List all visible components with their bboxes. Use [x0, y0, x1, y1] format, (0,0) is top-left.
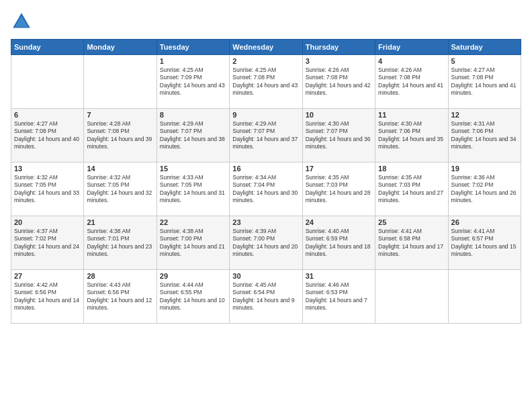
day-number: 22 — [160, 218, 226, 226]
day-number: 19 — [451, 165, 518, 173]
page: SundayMondayTuesdayWednesdayThursdayFrid… — [0, 0, 532, 411]
day-content: Sunrise: 4:41 AM Sunset: 6:57 PM Dayligh… — [451, 228, 518, 259]
day-content: Sunrise: 4:42 AM Sunset: 6:56 PM Dayligh… — [14, 281, 81, 312]
day-cell: 24Sunrise: 4:40 AM Sunset: 6:59 PM Dayli… — [302, 216, 375, 270]
header-row: SundayMondayTuesdayWednesdayThursdayFrid… — [11, 40, 521, 55]
header-cell-thursday: Thursday — [302, 40, 375, 55]
day-cell: 3Sunrise: 4:26 AM Sunset: 7:08 PM Daylig… — [302, 55, 375, 109]
day-number: 12 — [451, 111, 518, 119]
day-cell: 21Sunrise: 4:38 AM Sunset: 7:01 PM Dayli… — [84, 216, 157, 270]
day-content: Sunrise: 4:26 AM Sunset: 7:08 PM Dayligh… — [378, 66, 445, 97]
day-content: Sunrise: 4:25 AM Sunset: 7:09 PM Dayligh… — [160, 66, 226, 97]
day-number: 15 — [160, 165, 226, 173]
day-content: Sunrise: 4:25 AM Sunset: 7:08 PM Dayligh… — [232, 66, 299, 97]
day-content: Sunrise: 4:26 AM Sunset: 7:08 PM Dayligh… — [306, 66, 372, 97]
day-content: Sunrise: 4:37 AM Sunset: 7:02 PM Dayligh… — [14, 228, 81, 259]
day-content: Sunrise: 4:29 AM Sunset: 7:07 PM Dayligh… — [160, 120, 226, 151]
day-number: 6 — [14, 111, 81, 119]
day-number: 2 — [232, 57, 299, 65]
day-content: Sunrise: 4:40 AM Sunset: 6:59 PM Dayligh… — [306, 228, 372, 259]
header-cell-sunday: Sunday — [11, 40, 84, 55]
header-cell-friday: Friday — [375, 40, 448, 55]
day-cell — [11, 55, 84, 109]
day-number: 4 — [378, 57, 445, 65]
day-content: Sunrise: 4:27 AM Sunset: 7:08 PM Dayligh… — [14, 120, 81, 151]
header-cell-wednesday: Wednesday — [230, 40, 302, 55]
day-number: 7 — [87, 111, 153, 119]
day-content: Sunrise: 4:27 AM Sunset: 7:08 PM Dayligh… — [451, 66, 518, 97]
header-cell-saturday: Saturday — [448, 40, 521, 55]
day-cell: 4Sunrise: 4:26 AM Sunset: 7:08 PM Daylig… — [375, 55, 448, 109]
day-cell: 28Sunrise: 4:43 AM Sunset: 6:56 PM Dayli… — [84, 270, 157, 324]
day-cell: 13Sunrise: 4:32 AM Sunset: 7:05 PM Dayli… — [11, 163, 84, 216]
day-number: 31 — [306, 272, 372, 280]
day-number: 21 — [87, 218, 153, 226]
day-cell: 26Sunrise: 4:41 AM Sunset: 6:57 PM Dayli… — [448, 216, 521, 270]
day-cell: 18Sunrise: 4:35 AM Sunset: 7:03 PM Dayli… — [375, 163, 448, 216]
day-number: 9 — [232, 111, 299, 119]
day-content: Sunrise: 4:43 AM Sunset: 6:56 PM Dayligh… — [87, 281, 153, 312]
day-content: Sunrise: 4:33 AM Sunset: 7:05 PM Dayligh… — [160, 174, 226, 205]
day-number: 17 — [306, 165, 372, 173]
day-number: 23 — [232, 218, 299, 226]
day-cell: 1Sunrise: 4:25 AM Sunset: 7:09 PM Daylig… — [157, 55, 229, 109]
header-cell-tuesday: Tuesday — [157, 40, 229, 55]
week-row-2: 6Sunrise: 4:27 AM Sunset: 7:08 PM Daylig… — [11, 109, 521, 163]
day-number: 26 — [451, 218, 518, 226]
logo-icon — [11, 11, 32, 32]
day-cell: 31Sunrise: 4:46 AM Sunset: 6:53 PM Dayli… — [302, 270, 375, 324]
day-content: Sunrise: 4:35 AM Sunset: 7:03 PM Dayligh… — [306, 174, 372, 205]
day-cell: 30Sunrise: 4:45 AM Sunset: 6:54 PM Dayli… — [230, 270, 302, 324]
day-content: Sunrise: 4:31 AM Sunset: 7:06 PM Dayligh… — [451, 120, 518, 151]
day-cell: 5Sunrise: 4:27 AM Sunset: 7:08 PM Daylig… — [448, 55, 521, 109]
day-cell: 11Sunrise: 4:30 AM Sunset: 7:06 PM Dayli… — [375, 109, 448, 163]
day-cell: 17Sunrise: 4:35 AM Sunset: 7:03 PM Dayli… — [302, 163, 375, 216]
day-cell: 12Sunrise: 4:31 AM Sunset: 7:06 PM Dayli… — [448, 109, 521, 163]
day-number: 5 — [451, 57, 518, 65]
day-content: Sunrise: 4:41 AM Sunset: 6:58 PM Dayligh… — [378, 228, 445, 259]
day-number: 1 — [160, 57, 226, 65]
day-cell: 22Sunrise: 4:38 AM Sunset: 7:00 PM Dayli… — [157, 216, 229, 270]
week-row-5: 27Sunrise: 4:42 AM Sunset: 6:56 PM Dayli… — [11, 270, 521, 324]
day-cell: 7Sunrise: 4:28 AM Sunset: 7:08 PM Daylig… — [84, 109, 157, 163]
day-cell: 29Sunrise: 4:44 AM Sunset: 6:55 PM Dayli… — [157, 270, 229, 324]
day-number: 3 — [306, 57, 372, 65]
day-number: 27 — [14, 272, 81, 280]
day-content: Sunrise: 4:34 AM Sunset: 7:04 PM Dayligh… — [232, 174, 299, 205]
day-content: Sunrise: 4:30 AM Sunset: 7:06 PM Dayligh… — [378, 120, 445, 151]
day-content: Sunrise: 4:46 AM Sunset: 6:53 PM Dayligh… — [306, 281, 372, 312]
day-number: 18 — [378, 165, 445, 173]
day-content: Sunrise: 4:36 AM Sunset: 7:02 PM Dayligh… — [451, 174, 518, 205]
calendar: SundayMondayTuesdayWednesdayThursdayFrid… — [11, 39, 521, 324]
day-cell: 2Sunrise: 4:25 AM Sunset: 7:08 PM Daylig… — [230, 55, 302, 109]
day-content: Sunrise: 4:44 AM Sunset: 6:55 PM Dayligh… — [160, 281, 226, 312]
day-number: 11 — [378, 111, 445, 119]
day-content: Sunrise: 4:45 AM Sunset: 6:54 PM Dayligh… — [232, 281, 299, 312]
day-number: 13 — [14, 165, 81, 173]
day-number: 29 — [160, 272, 226, 280]
day-number: 14 — [87, 165, 153, 173]
day-cell: 16Sunrise: 4:34 AM Sunset: 7:04 PM Dayli… — [230, 163, 302, 216]
day-number: 20 — [14, 218, 81, 226]
day-cell: 6Sunrise: 4:27 AM Sunset: 7:08 PM Daylig… — [11, 109, 84, 163]
day-cell: 20Sunrise: 4:37 AM Sunset: 7:02 PM Dayli… — [11, 216, 84, 270]
day-cell — [375, 270, 448, 324]
day-content: Sunrise: 4:38 AM Sunset: 7:00 PM Dayligh… — [160, 228, 226, 259]
day-number: 30 — [232, 272, 299, 280]
day-cell: 15Sunrise: 4:33 AM Sunset: 7:05 PM Dayli… — [157, 163, 229, 216]
day-content: Sunrise: 4:29 AM Sunset: 7:07 PM Dayligh… — [232, 120, 299, 151]
logo — [11, 11, 35, 32]
day-cell: 27Sunrise: 4:42 AM Sunset: 6:56 PM Dayli… — [11, 270, 84, 324]
day-number: 10 — [306, 111, 372, 119]
day-number: 8 — [160, 111, 226, 119]
day-cell — [448, 270, 521, 324]
day-number: 28 — [87, 272, 153, 280]
day-content: Sunrise: 4:38 AM Sunset: 7:01 PM Dayligh… — [87, 228, 153, 259]
week-row-1: 1Sunrise: 4:25 AM Sunset: 7:09 PM Daylig… — [11, 55, 521, 109]
day-content: Sunrise: 4:30 AM Sunset: 7:07 PM Dayligh… — [306, 120, 372, 151]
header — [11, 11, 521, 32]
day-cell: 19Sunrise: 4:36 AM Sunset: 7:02 PM Dayli… — [448, 163, 521, 216]
day-number: 25 — [378, 218, 445, 226]
week-row-3: 13Sunrise: 4:32 AM Sunset: 7:05 PM Dayli… — [11, 163, 521, 216]
day-cell: 10Sunrise: 4:30 AM Sunset: 7:07 PM Dayli… — [302, 109, 375, 163]
